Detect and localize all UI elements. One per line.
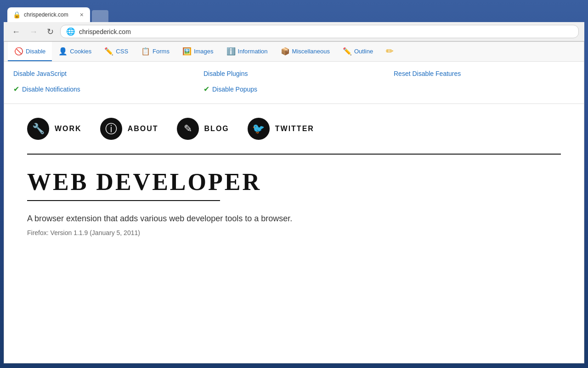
disable-popups-check: ✔ — [204, 85, 209, 93]
reset-disable-features-item[interactable]: Reset Disable Features — [394, 68, 575, 79]
disable-notifications-check: ✔ — [13, 85, 19, 93]
nav-about[interactable]: ⓘ ABOUT — [100, 118, 158, 140]
globe-icon: 🌐 — [66, 27, 75, 36]
disable-dropdown: Disable JavaScript Disable Plugins Reset… — [4, 62, 584, 104]
url-text: chrispederick.com — [79, 28, 131, 35]
disable-javascript-item[interactable]: Disable JavaScript — [13, 68, 194, 79]
miscellaneous-tab-label: Miscellaneous — [292, 48, 330, 55]
twitter-icon: 🐦 — [248, 118, 270, 140]
outline-tab-label: Outline — [354, 48, 373, 55]
browser-chrome: 🔒 chrispederick.com × ← → ↻ 🌐 chrispeder… — [0, 0, 588, 368]
information-tab-label: Information — [238, 48, 268, 55]
navigation-bar: ← → ↻ 🌐 chrispederick.com — [4, 22, 584, 41]
site-navigation: 🔧 WORK ⓘ ABOUT ✎ BLOG 🐦 TWITTER — [27, 118, 561, 140]
blog-icon: ✎ — [177, 118, 199, 140]
css-tab-icon: ✏️ — [104, 47, 113, 56]
tab-favicon: 🔒 — [13, 11, 20, 18]
disable-tab-icon: 🚫 — [14, 47, 23, 56]
site-divider — [27, 154, 561, 155]
page-title: WEB DEVELOPER — [27, 168, 561, 196]
outline-tab-icon: ✏️ — [343, 47, 352, 56]
tab-miscellaneous[interactable]: 📦 Miscellaneous — [274, 42, 336, 61]
work-icon: 🔧 — [27, 118, 49, 140]
images-tab-icon: 🖼️ — [182, 47, 192, 56]
disable-javascript-label: Disable JavaScript — [13, 70, 67, 77]
tab-close-button[interactable]: × — [79, 12, 85, 18]
images-tab-label: Images — [194, 48, 214, 55]
back-button[interactable]: ← — [9, 27, 23, 37]
title-underline — [27, 200, 220, 201]
cookies-tab-icon: 👤 — [58, 47, 68, 56]
forms-tab-icon: 📋 — [141, 47, 150, 56]
toolbar-tabs: 🚫 Disable 👤 Cookies ✏️ CSS 📋 Forms 🖼️ — [4, 42, 584, 62]
tab-disable[interactable]: 🚫 Disable — [8, 42, 52, 61]
nav-twitter[interactable]: 🐦 TWITTER — [248, 118, 314, 140]
active-tab[interactable]: 🔒 chrispederick.com × — [7, 7, 90, 22]
blog-label: BLOG — [204, 125, 229, 133]
tab-more[interactable]: ✏ — [379, 42, 400, 61]
twitter-label: TWITTER — [275, 125, 314, 133]
about-icon: ⓘ — [100, 118, 122, 140]
tab-outline[interactable]: ✏️ Outline — [336, 42, 379, 61]
forms-tab-label: Forms — [153, 48, 170, 55]
new-tab-button[interactable] — [92, 10, 108, 22]
information-tab-icon: ℹ️ — [226, 47, 236, 56]
tab-title: chrispederick.com — [24, 12, 75, 18]
disable-popups-item[interactable]: ✔ Disable Popups — [204, 83, 384, 95]
disable-plugins-label: Disable Plugins — [204, 70, 248, 77]
reload-button[interactable]: ↻ — [44, 27, 57, 37]
website-content: 🔧 WORK ⓘ ABOUT ✎ BLOG 🐦 TWITTER WEB DEVE… — [4, 104, 584, 250]
tab-forms[interactable]: 📋 Forms — [135, 42, 176, 61]
site-subtitle: Firefox: Version 1.1.9 (January 5, 2011) — [27, 229, 561, 236]
extension-toolbar: 🚫 Disable 👤 Cookies ✏️ CSS 📋 Forms 🖼️ — [4, 42, 584, 104]
tab-css[interactable]: ✏️ CSS — [98, 42, 135, 61]
tab-information[interactable]: ℹ️ Information — [220, 42, 274, 61]
cookies-tab-label: Cookies — [70, 48, 91, 55]
disable-notifications-label: Disable Notifications — [22, 86, 80, 93]
css-tab-label: CSS — [116, 48, 128, 55]
about-label: ABOUT — [128, 125, 158, 133]
work-label: WORK — [55, 125, 82, 133]
browser-content: 🚫 Disable 👤 Cookies ✏️ CSS 📋 Forms 🖼️ — [4, 41, 584, 363]
tab-cookies[interactable]: 👤 Cookies — [52, 42, 98, 61]
tab-bar: 🔒 chrispederick.com × — [4, 6, 584, 22]
more-icon: ✏ — [386, 46, 394, 57]
site-description: A browser extension that adds various we… — [27, 212, 561, 225]
address-bar[interactable]: 🌐 chrispederick.com — [60, 25, 579, 38]
miscellaneous-tab-icon: 📦 — [281, 47, 290, 56]
nav-work[interactable]: 🔧 WORK — [27, 118, 82, 140]
reset-disable-features-label: Reset Disable Features — [394, 70, 461, 77]
disable-notifications-item[interactable]: ✔ Disable Notifications — [13, 83, 194, 95]
nav-blog[interactable]: ✎ BLOG — [177, 118, 229, 140]
forward-button[interactable]: → — [27, 27, 40, 37]
disable-tab-label: Disable — [26, 48, 45, 55]
tab-images[interactable]: 🖼️ Images — [176, 42, 220, 61]
disable-plugins-item[interactable]: Disable Plugins — [204, 68, 384, 79]
disable-popups-label: Disable Popups — [212, 86, 257, 93]
